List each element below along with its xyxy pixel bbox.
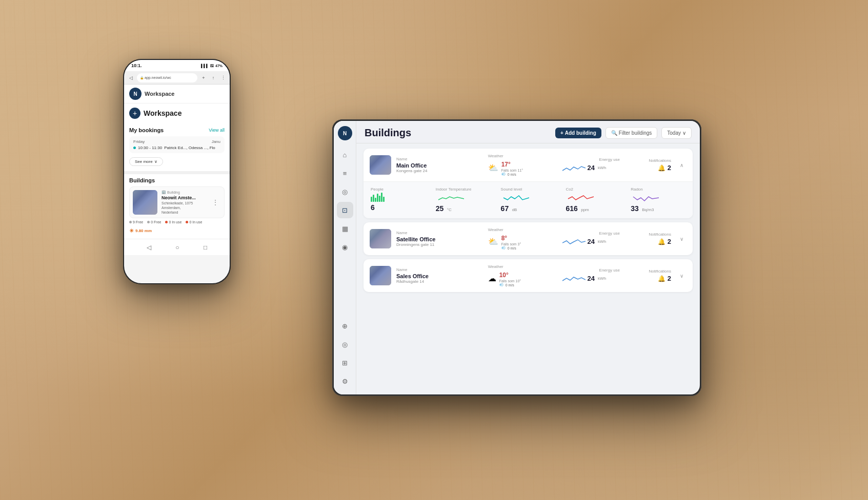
stat-dot-free1 <box>129 221 132 223</box>
satellite-energy-col: Energy use 24 kWh <box>562 231 620 247</box>
sales-office-address: Rådhusgate 14 <box>396 279 483 284</box>
co2-stat: Co2 616 ppm <box>566 187 620 213</box>
indoor-temp-unit: °C <box>447 207 452 212</box>
sales-temp: 10° <box>499 272 509 279</box>
sidebar-item-analytics[interactable]: ◎ <box>337 183 353 200</box>
sales-energy-label: Energy use <box>562 268 620 273</box>
sales-weather-col: Weather ☁ 10° Falls som 10° 💨 0 m/s <box>488 264 557 287</box>
expand-button-satellite[interactable]: ∨ <box>676 234 687 244</box>
satellite-energy-value: 24 <box>588 238 595 245</box>
satellite-wind-value: 0 m/s <box>508 246 516 250</box>
phone-workspace-section: + Workspace <box>124 103 230 127</box>
add-icon: + <box>560 130 563 136</box>
add-workspace-button[interactable]: + <box>129 108 140 119</box>
building-icon: 🏢 <box>162 190 166 194</box>
sidebar-item-buildings[interactable]: ⊡ <box>337 202 353 218</box>
sales-notif-label: Notifications <box>625 269 671 274</box>
sales-office-row-main: Name Sales Office Rådhusgate 14 Weather … <box>364 259 693 292</box>
nav-home-icon[interactable]: ○ <box>175 244 179 251</box>
workspace-header: + Workspace <box>129 108 225 119</box>
new-tab-icon[interactable]: + <box>200 74 207 81</box>
sidebar-item-grid[interactable]: ▦ <box>337 220 353 237</box>
satellite-weather-label: Weather <box>488 227 557 232</box>
booking-date: Friday Janu <box>133 139 220 144</box>
phone-browser-bar[interactable]: ◁ 🔒 app.neowit.io/wc + ↑ ⋮ <box>124 71 230 85</box>
wind-icon: 💨 <box>499 283 504 287</box>
sidebar-settings-icon[interactable]: ⚙ <box>337 373 353 389</box>
chart-bar <box>375 198 376 202</box>
nav-recent-icon[interactable]: □ <box>204 244 207 251</box>
name-column-label: Name <box>396 157 483 161</box>
sidebar-bottom: ⊕ ◎ ⊞ ⚙ <box>337 318 353 389</box>
tablet-device: N ⌂ ≡ ◎ ⊡ ▦ ◉ ⊕ ◎ ⊞ ⚙ <box>332 119 701 396</box>
building-info: 🏢 Building Neowit Amste... Schinkelkade,… <box>162 190 206 215</box>
sidebar-item-list[interactable]: ≡ <box>337 165 353 181</box>
more-icon[interactable]: ⋮ <box>219 74 227 81</box>
stat-free-1: 9 Free <box>129 220 143 224</box>
share-icon[interactable]: ↑ <box>210 74 217 81</box>
today-label: Today <box>667 130 681 136</box>
add-building-button[interactable]: + Add building <box>555 128 601 138</box>
workspace-title: Workspace <box>144 109 181 117</box>
people-value: 6 <box>371 203 375 212</box>
radon-sparkline <box>631 193 661 203</box>
stat-free-2: 0 Free <box>147 220 161 224</box>
building-weather: ☀ 9.80 mm <box>129 228 152 234</box>
weather-icon: ⛅ <box>488 163 498 173</box>
satellite-office-thumbnail <box>370 229 391 248</box>
building-name: Neowit Amste... <box>162 195 206 200</box>
booking-card: Friday Janu 10:30 - 11:30 Patrick Ed...,… <box>129 136 225 153</box>
building-stats: 9 Free 0 Free 0 In use 0 In use <box>129 218 225 236</box>
see-more-label: See more <box>135 159 153 164</box>
back-icon[interactable]: ◁ <box>127 74 134 81</box>
view-all-link[interactable]: View all <box>209 128 225 133</box>
tablet-screen: N ⌂ ≡ ◎ ⊡ ▦ ◉ ⊕ ◎ ⊞ ⚙ <box>334 121 700 394</box>
energy-column-label: Energy use <box>562 157 620 162</box>
radon-stat: Radon 33 Bq/m3 <box>631 187 685 213</box>
sidebar-item-location[interactable]: ◉ <box>337 239 353 255</box>
people-chart <box>371 193 426 202</box>
main-office-expanded-stats: People <box>364 182 693 218</box>
stat-dot-inuse1 <box>165 221 168 223</box>
radon-unit: Bq/m3 <box>642 207 654 212</box>
stat-dot-inuse2 <box>186 221 188 223</box>
signal-icon: ▌▌▌ <box>201 64 209 68</box>
filter-buildings-button[interactable]: 🔍 Filter buildings <box>605 127 657 139</box>
today-button[interactable]: Today ∨ <box>661 127 692 139</box>
satellite-office-address: Dronningens gate 11 <box>396 242 483 247</box>
phone-app-header: N Workspace <box>124 85 230 103</box>
building-row-main-header: Name Main Office Kongens gate 24 Weather… <box>364 149 693 182</box>
sales-weather-label: Weather <box>488 264 557 269</box>
nav-back-icon[interactable]: ◁ <box>147 244 151 251</box>
bell-icon: 🔔 <box>658 164 665 172</box>
add-building-label: Add building <box>565 130 596 136</box>
energy-sparkline <box>562 163 586 173</box>
sidebar-notifications-icon[interactable]: ◎ <box>337 336 353 352</box>
satellite-temp: 8° <box>501 235 507 242</box>
phone-screen: 10:1. ▌▌▌ ⚿ 47% ◁ 🔒 app.neowit.io/wc + ↑… <box>124 60 230 283</box>
expand-button-sales[interactable]: ∨ <box>676 270 687 281</box>
tablet-body: N ⌂ ≡ ◎ ⊡ ▦ ◉ ⊕ ◎ ⊞ ⚙ <box>332 119 701 396</box>
sidebar-item-home[interactable]: ⌂ <box>337 147 353 163</box>
see-more-button[interactable]: See more ∨ <box>129 157 163 166</box>
sun-icon: ☀ <box>129 228 134 234</box>
radon-label: Radon <box>631 187 685 192</box>
url-bar[interactable]: 🔒 app.neowit.io/wc <box>137 73 197 82</box>
chevron-down-icon: ∨ <box>154 159 157 164</box>
sidebar-files-icon[interactable]: ⊞ <box>337 355 353 371</box>
chart-bar <box>371 197 372 202</box>
sales-energy-unit: kWh <box>598 276 606 281</box>
sales-wind: 💨 0 m/s <box>499 283 521 287</box>
building-notif-col: Notifications 🔔 2 <box>625 158 671 172</box>
filter-icon: 🔍 <box>611 130 617 136</box>
temp-sparkline <box>436 193 467 203</box>
weather-temp: 9.80 mm <box>135 228 152 233</box>
sidebar-search-icon[interactable]: ⊕ <box>337 318 353 334</box>
building-more-button[interactable]: ⋮ <box>210 196 221 209</box>
satellite-bell-icon: 🔔 <box>658 238 665 245</box>
phone-building-card[interactable]: 🏢 Building Neowit Amste... Schinkelkade,… <box>129 186 225 218</box>
sales-notif-col: Notifications 🔔 2 <box>625 269 671 282</box>
satellite-notif-label: Notifications <box>625 232 671 237</box>
battery-label: 47% <box>215 64 223 68</box>
expand-button-main-office[interactable]: ∧ <box>676 160 687 170</box>
